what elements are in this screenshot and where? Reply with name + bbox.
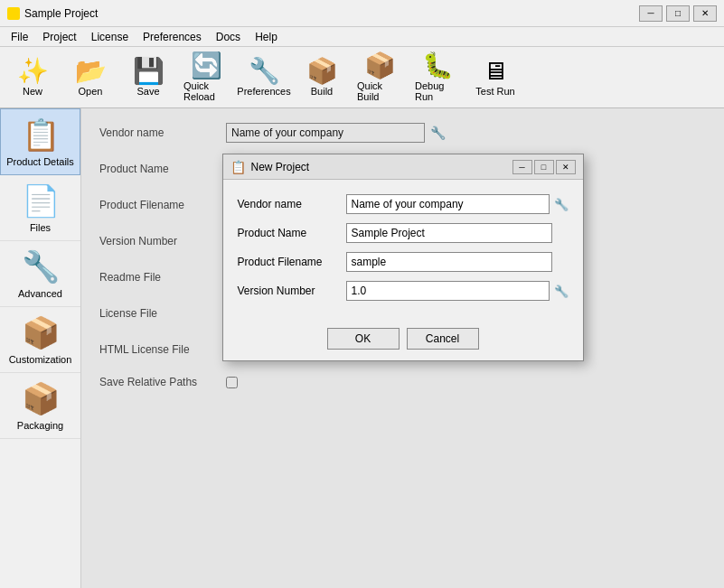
toolbar-preferences[interactable]: 🔧 Preferences [237,51,291,104]
save-label: Save [136,86,159,97]
dlg-product-name-label: Product Name [238,227,346,239]
sidebar: 📋 Product Details 📄 Files 🔧 Advanced 📦 C… [0,108,81,588]
toolbar-new[interactable]: ✨ New [5,51,60,104]
dlg-product-filename-input[interactable] [346,252,552,272]
new-project-dialog: 📋 New Project ─ □ ✕ Vendor name 🔧 [222,154,584,361]
toolbar-debug-run[interactable]: 🐛 Debug Run [410,51,465,104]
sidebar-customization-label: Customization [9,354,72,365]
menu-license[interactable]: License [84,29,136,44]
dlg-vendor-name-wrench-icon[interactable]: 🔧 [554,198,569,211]
dlg-vendor-name-row: Vendor name 🔧 [238,194,569,214]
preferences-icon: 🔧 [249,59,280,84]
dialog-close-button[interactable]: ✕ [556,160,576,174]
title-bar: Sample Project ─ □ ✕ [0,0,724,27]
open-icon: 📂 [75,59,107,84]
dialog-overlay: 📋 New Project ─ □ ✕ Vendor name 🔧 [81,108,724,588]
content-area: Vendor name 🔧 Product Name 🔧 Product Fil… [81,108,724,588]
sidebar-item-advanced[interactable]: 🔧 Advanced [0,241,80,307]
quick-build-icon: 📦 [364,53,396,79]
window-title: Sample Project [24,7,639,20]
save-icon: 💾 [133,59,165,84]
dlg-version-number-wrench-icon[interactable]: 🔧 [554,285,569,298]
customization-icon: 📦 [22,314,60,350]
sidebar-advanced-label: Advanced [18,288,62,299]
dlg-vendor-name-input[interactable] [346,194,550,214]
dialog-ok-button[interactable]: OK [327,328,400,350]
toolbar-open[interactable]: 📂 Open [63,51,118,104]
dlg-product-filename-row: Product Filename [238,252,569,272]
sidebar-item-product-details[interactable]: 📋 Product Details [0,108,80,175]
dlg-product-name-row: Product Name [238,223,569,243]
minimize-button[interactable]: ─ [639,5,663,22]
build-label: Build [311,86,333,97]
quick-reload-label: Quick Reload [183,80,229,102]
files-icon: 📄 [22,182,60,219]
dlg-version-number-input[interactable] [346,281,550,301]
toolbar: ✨ New 📂 Open 💾 Save 🔄 Quick Reload 🔧 Pre… [0,47,724,108]
dlg-version-number-label: Version Number [238,285,346,297]
menu-file[interactable]: File [4,29,35,44]
main-layout: 📋 Product Details 📄 Files 🔧 Advanced 📦 C… [0,108,724,588]
toolbar-quick-build[interactable]: 📦 Quick Build [353,51,407,104]
close-button[interactable]: ✕ [693,5,717,22]
menu-help[interactable]: Help [248,29,285,44]
dialog-content: Vendor name 🔧 Product Name Product Filen… [223,180,583,321]
menu-preferences[interactable]: Preferences [136,29,209,44]
debug-run-label: Debug Run [415,80,460,102]
sidebar-files-label: Files [30,222,51,233]
app-icon [7,7,20,20]
sidebar-item-customization[interactable]: 📦 Customization [0,307,80,373]
debug-run-icon: 🐛 [422,53,454,79]
toolbar-quick-reload[interactable]: 🔄 Quick Reload [179,51,233,104]
advanced-icon: 🔧 [22,248,60,285]
product-details-icon: 📋 [22,117,60,153]
preferences-label: Preferences [237,86,290,97]
dlg-product-filename-label: Product Filename [238,256,346,268]
menu-bar: File Project License Preferences Docs He… [0,27,724,47]
dlg-version-number-row: Version Number 🔧 [238,281,569,301]
dialog-maximize-button[interactable]: □ [534,160,554,174]
open-label: Open [79,86,103,97]
toolbar-save[interactable]: 💾 Save [121,51,175,104]
dialog-title-icon: 📋 [230,160,246,174]
dialog-buttons: OK Cancel [223,321,583,360]
toolbar-test-run[interactable]: 🖥 Test Run [468,51,522,104]
sidebar-product-details-label: Product Details [6,156,74,167]
new-label: New [23,86,42,97]
dialog-title-controls: ─ □ ✕ [512,160,576,174]
build-icon: 📦 [306,59,338,84]
sidebar-item-files[interactable]: 📄 Files [0,175,80,241]
new-icon: ✨ [17,59,49,84]
dialog-cancel-button[interactable]: Cancel [407,328,479,350]
sidebar-packaging-label: Packaging [17,420,63,431]
quick-reload-icon: 🔄 [191,53,222,79]
dlg-product-name-input[interactable] [346,223,552,243]
toolbar-build[interactable]: 📦 Build [295,51,349,104]
packaging-icon: 📦 [22,380,60,416]
dialog-title-text: New Project [251,161,512,173]
dialog-title-bar: 📋 New Project ─ □ ✕ [223,154,583,180]
dialog-minimize-button[interactable]: ─ [512,160,532,174]
sidebar-item-packaging[interactable]: 📦 Packaging [0,373,80,439]
dlg-vendor-name-label: Vendor name [238,198,346,210]
window-controls: ─ □ ✕ [639,5,717,22]
test-run-label: Test Run [475,86,514,97]
quick-build-label: Quick Build [357,80,402,102]
menu-docs[interactable]: Docs [209,29,248,44]
test-run-icon: 🖥 [483,59,508,84]
menu-project[interactable]: Project [35,29,83,44]
maximize-button[interactable]: □ [666,5,690,22]
